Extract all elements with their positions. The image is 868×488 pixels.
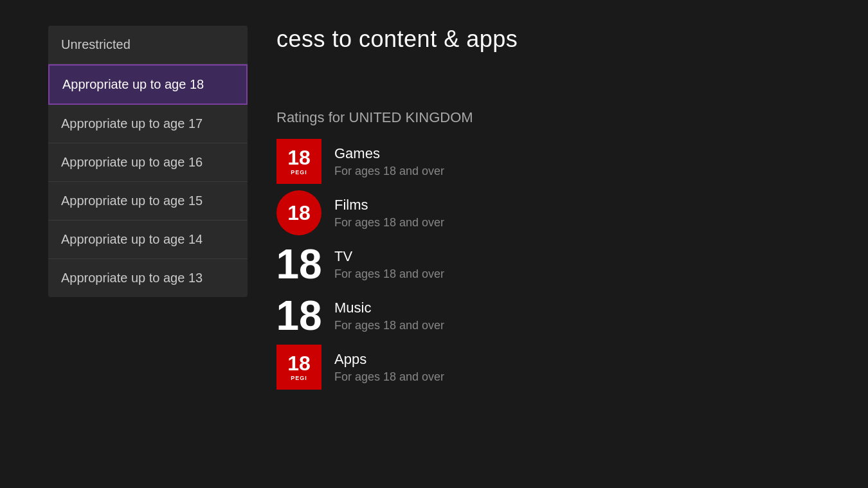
music-info: Music For ages 18 and over [334, 300, 444, 332]
games-info: Games For ages 18 and over [334, 145, 444, 178]
ratings-panel: Ratings for UNITED KINGDOM 18 PEGI Games… [276, 109, 694, 396]
dropdown-item-age15[interactable]: Appropriate up to age 15 [48, 182, 248, 221]
dropdown-item-age17[interactable]: Appropriate up to age 17 [48, 105, 248, 143]
page-title: cess to content & apps [276, 26, 518, 53]
tv-text-badge: 18 [276, 242, 321, 287]
apps-pegi-badge: 18 PEGI [276, 345, 321, 390]
apps-pegi-label: PEGI [291, 375, 307, 381]
games-pegi-badge: 18 PEGI [276, 139, 321, 184]
apps-info: Apps For ages 18 and over [334, 351, 444, 384]
dropdown-item-age13[interactable]: Appropriate up to age 13 [48, 259, 248, 297]
dropdown-item-age14[interactable]: Appropriate up to age 14 [48, 221, 248, 259]
games-description: For ages 18 and over [334, 165, 444, 178]
films-badge-number: 18 [287, 201, 311, 225]
music-description: For ages 18 and over [334, 319, 444, 332]
dropdown-item-age18[interactable]: Appropriate up to age 18 [48, 64, 248, 105]
apps-badge-number: 18 [287, 353, 311, 374]
games-name: Games [334, 145, 444, 162]
films-badge-container: 18 [276, 190, 321, 235]
games-badge-number: 18 [287, 147, 311, 168]
rating-item-films: 18 Films For ages 18 and over [276, 190, 694, 235]
tv-name: TV [334, 248, 444, 265]
music-badge-number: 18 [276, 295, 321, 336]
age-restriction-dropdown[interactable]: Unrestricted Appropriate up to age 18 Ap… [48, 26, 248, 297]
films-circle-badge: 18 [276, 190, 321, 235]
dropdown-item-age16[interactable]: Appropriate up to age 16 [48, 143, 248, 182]
ratings-title: Ratings for UNITED KINGDOM [276, 109, 694, 126]
tv-badge-container: 18 [276, 242, 321, 287]
games-badge: 18 PEGI [276, 139, 321, 184]
apps-name: Apps [334, 351, 444, 368]
films-info: Films For ages 18 and over [334, 197, 444, 230]
dropdown-item-unrestricted[interactable]: Unrestricted [48, 26, 248, 64]
tv-description: For ages 18 and over [334, 267, 444, 281]
rating-item-tv: 18 TV For ages 18 and over [276, 242, 694, 287]
films-description: For ages 18 and over [334, 216, 444, 230]
rating-item-games: 18 PEGI Games For ages 18 and over [276, 139, 694, 184]
apps-description: For ages 18 and over [334, 370, 444, 384]
apps-badge-container: 18 PEGI [276, 345, 321, 390]
rating-item-apps: 18 PEGI Apps For ages 18 and over [276, 345, 694, 390]
music-badge-container: 18 [276, 293, 321, 338]
films-name: Films [334, 197, 444, 213]
music-name: Music [334, 300, 444, 316]
rating-item-music: 18 Music For ages 18 and over [276, 293, 694, 338]
music-text-badge: 18 [276, 293, 321, 338]
tv-badge-number: 18 [276, 244, 321, 285]
tv-info: TV For ages 18 and over [334, 248, 444, 281]
games-pegi-label: PEGI [291, 169, 307, 176]
